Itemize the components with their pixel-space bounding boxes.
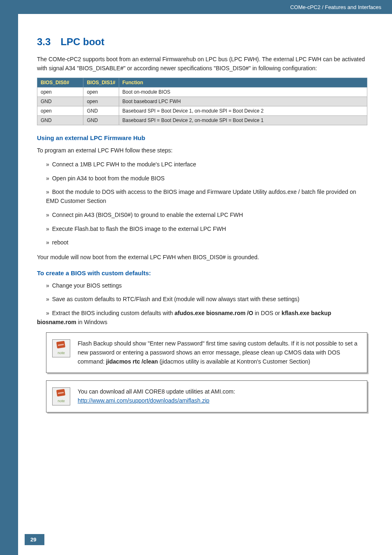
note-icon: note — [52, 339, 70, 357]
list-item: » Connect a 1MB LPC FWH to the module's … — [46, 160, 367, 169]
sub-heading-1: Using an external LPC Firmware Hub — [37, 134, 367, 141]
bullet-icon: » — [46, 175, 49, 182]
bullet-icon: » — [46, 310, 49, 316]
page-number: 29 — [25, 534, 44, 545]
note-box-1: note Flash Backup should show "Enter new… — [46, 332, 367, 373]
list-item: » Change your BIOS settings — [46, 281, 367, 290]
table-row: open GND Baseboard SPI = Boot Device 1, … — [37, 106, 367, 116]
table-cell: Boot on-module BIOS — [119, 88, 367, 97]
list-item-text: Connect pin A43 (BIOS_DIS0#) to ground t… — [52, 212, 243, 218]
list-item-bold: afudos.exe biosname.rom /O — [175, 310, 253, 316]
bullet-icon: » — [46, 226, 49, 232]
table-cell: open — [83, 88, 119, 97]
list-item-text: Execute Flash.bat to flash the BIOS imag… — [52, 226, 226, 232]
page-content: 3.3LPC boot The COMe-cPC2 supports boot … — [37, 36, 367, 420]
list-item: » Extract the BIOS including custom defa… — [37, 309, 367, 327]
note-icon: note — [52, 387, 70, 405]
bullet-icon: » — [46, 189, 49, 195]
list-item: » Connect pin A43 (BIOS_DIS0#) to ground… — [46, 211, 367, 220]
bullet-icon: » — [46, 212, 49, 218]
list-item: » reboot — [46, 238, 367, 247]
note1-cmd: jidacmos rtc /clean — [106, 358, 158, 365]
table-row: open open Boot on-module BIOS — [37, 88, 367, 97]
note-box-2: note You can download all AMI CORE8 upda… — [46, 380, 367, 412]
table-cell: GND — [37, 116, 83, 125]
bullet-icon: » — [46, 239, 49, 246]
list-item-text: Connect a 1MB LPC FWH to the module's LP… — [52, 161, 196, 168]
list-item-text: Open pin A34 to boot from the module BIO… — [52, 175, 165, 182]
section-title: 3.3LPC boot — [37, 36, 367, 48]
sub1-trail: Your module will now boot from the exter… — [37, 253, 367, 262]
table-header-row: BIOS_DIS0# BIOS_DIS1# Function — [37, 78, 367, 88]
list-item-text-mid: in DOS or — [253, 310, 281, 316]
table-row: GND GND Baseboard SPI = Boot Device 2, o… — [37, 116, 367, 125]
list-item: » Save as custom defaults to RTC/Flash a… — [46, 295, 367, 304]
table-cell: GND — [83, 116, 119, 125]
step-list-1: » Connect a 1MB LPC FWH to the module's … — [46, 160, 367, 247]
list-item-text: Save as custom defaults to RTC/Flash and… — [52, 296, 300, 302]
list-item-text-pre: Extract the BIOS including custom defaul… — [52, 310, 175, 316]
table-cell: GND — [37, 97, 83, 106]
table-cell: Boot baseboard LPC FWH — [119, 97, 367, 106]
header-bar: COMe-cPC2 / Features and Interfaces — [0, 0, 392, 14]
list-item: » Boot the module to DOS with access to … — [37, 188, 367, 205]
list-item: » Execute Flash.bat to flash the BIOS im… — [46, 225, 367, 234]
step-list-2: » Change your BIOS settings » Save as cu… — [46, 281, 367, 327]
table-cell: open — [37, 88, 83, 97]
table-cell: GND — [83, 106, 119, 116]
left-band — [0, 0, 18, 555]
list-item-text: Boot the module to DOS with access to th… — [46, 189, 356, 204]
bullet-icon: » — [46, 282, 49, 289]
sub-heading-2: To create a BIOS with custom defaults: — [37, 269, 367, 276]
table-header: Function — [119, 78, 367, 88]
table-cell: Baseboard SPI = Boot Device 2, on-module… — [119, 116, 367, 125]
breadcrumb: COMe-cPC2 / Features and Interfaces — [290, 4, 381, 10]
list-item: » Open pin A34 to boot from the module B… — [46, 174, 367, 183]
table-row: GND open Boot baseboard LPC FWH — [37, 97, 367, 106]
table-cell: Baseboard SPI = Boot Device 1, on-module… — [119, 106, 367, 116]
note-icon-label: note — [58, 350, 65, 356]
intro-paragraph: The COMe-cPC2 supports boot from an exte… — [37, 55, 367, 73]
section-number: 3.3 — [37, 36, 51, 47]
list-item-text: Change your BIOS settings — [52, 282, 122, 289]
table-cell: open — [37, 106, 83, 116]
note-icon-label: note — [58, 398, 65, 404]
download-link[interactable]: http://www.ami.com/support/downloads/ami… — [78, 397, 210, 404]
bullet-icon: » — [46, 161, 49, 168]
list-item-text-post: in Windows — [76, 319, 107, 325]
table-cell: open — [83, 97, 119, 106]
note-text: Flash Backup should show "Enter new Pass… — [78, 339, 360, 366]
note1-post: (jidacmos utility is available at Kontro… — [158, 358, 310, 365]
note2-text: You can download all AMI CORE8 update ut… — [78, 387, 235, 396]
note-text: You can download all AMI CORE8 update ut… — [78, 387, 235, 405]
section-title-text: LPC boot — [60, 36, 104, 47]
table-header: BIOS_DIS0# — [37, 78, 83, 88]
list-item-text: reboot — [52, 239, 69, 246]
table-header: BIOS_DIS1# — [83, 78, 119, 88]
bullet-icon: » — [46, 296, 49, 302]
sub1-lead: To program an external LPC FWH follow th… — [37, 146, 367, 155]
bios-table: BIOS_DIS0# BIOS_DIS1# Function open open… — [37, 78, 367, 125]
